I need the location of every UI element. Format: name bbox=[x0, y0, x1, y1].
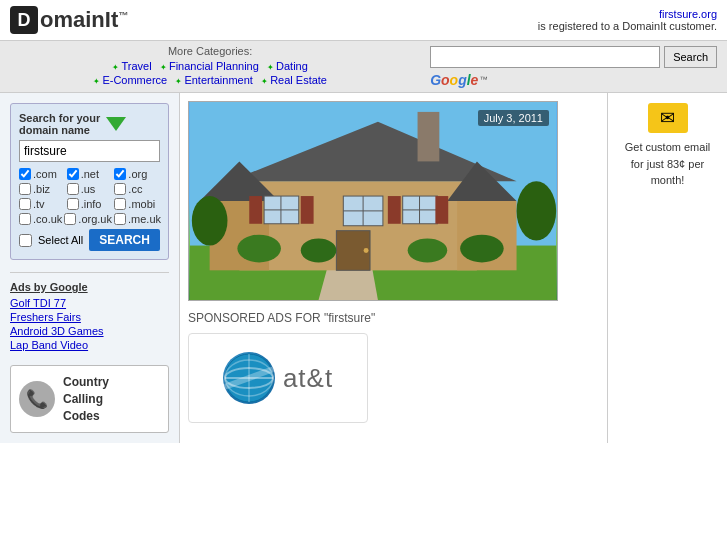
search-title-line1: Search for your bbox=[19, 112, 100, 124]
select-all-label: Select All bbox=[38, 234, 83, 246]
registered-domain-link[interactable]: firstsure.org bbox=[659, 8, 717, 20]
ext-mobi-checkbox[interactable] bbox=[114, 198, 126, 210]
ext-biz-label: .biz bbox=[33, 183, 50, 195]
ext-net-checkbox[interactable] bbox=[67, 168, 79, 180]
svg-point-28 bbox=[408, 239, 448, 263]
nav-link-dating[interactable]: Dating bbox=[267, 60, 308, 72]
svg-rect-23 bbox=[301, 196, 314, 224]
ext-orguk-checkbox[interactable] bbox=[64, 213, 76, 225]
att-ad[interactable]: at&t bbox=[188, 333, 368, 423]
center-content: July 3, 2011 SPONSORED ADS FOR "firstsur… bbox=[180, 93, 607, 443]
country-codes-widget[interactable]: 📞 Country Calling Codes bbox=[10, 365, 169, 433]
email-icon-box: ✉ bbox=[648, 103, 688, 133]
ad-link-4[interactable]: Lap Band Video bbox=[10, 339, 169, 351]
ext-orguk-label: .org.uk bbox=[78, 213, 112, 225]
google-logo: Google bbox=[430, 72, 478, 88]
more-categories-label: More Categories: bbox=[10, 45, 410, 57]
ext-cc: .cc bbox=[114, 183, 160, 195]
house-scene-svg bbox=[189, 102, 557, 300]
ad-link-3[interactable]: Android 3D Games bbox=[10, 325, 169, 337]
ext-mobi: .mobi bbox=[114, 198, 160, 210]
svg-rect-10 bbox=[418, 112, 440, 161]
svg-point-26 bbox=[237, 235, 281, 263]
sidebar: Search for your domain name .com .net bbox=[0, 93, 180, 443]
svg-point-27 bbox=[301, 239, 337, 263]
ext-meuk: .me.uk bbox=[114, 213, 161, 225]
google-search-button[interactable]: Search bbox=[664, 46, 717, 68]
ad-link-2[interactable]: Freshers Fairs bbox=[10, 311, 169, 323]
ext-cc-checkbox[interactable] bbox=[114, 183, 126, 195]
sponsored-title: SPONSORED ADS FOR "firstsure" bbox=[188, 311, 599, 325]
ext-row-1: .com .net .org bbox=[19, 168, 160, 180]
header: D omainIt™ firstsure.org is registered t… bbox=[0, 0, 727, 41]
ext-net-label: .net bbox=[81, 168, 99, 180]
house-date: July 3, 2011 bbox=[478, 110, 549, 126]
domain-search-input[interactable] bbox=[19, 140, 160, 162]
svg-rect-25 bbox=[435, 196, 448, 224]
logo-box: D bbox=[10, 6, 38, 34]
ext-net: .net bbox=[67, 168, 113, 180]
domain-search-button[interactable]: SEARCH bbox=[89, 229, 160, 251]
search-title-text: Search for your domain name bbox=[19, 112, 100, 136]
logo-tm: ™ bbox=[118, 10, 128, 21]
nav-bar: More Categories: Travel Financial Planni… bbox=[0, 41, 727, 93]
google-search-area: Search Google ™ bbox=[410, 46, 717, 88]
ext-biz-checkbox[interactable] bbox=[19, 183, 31, 195]
ext-tv-label: .tv bbox=[33, 198, 45, 210]
house-image: July 3, 2011 bbox=[188, 101, 558, 301]
nav-link-travel[interactable]: Travel bbox=[112, 60, 151, 72]
select-all-row: Select All SEARCH bbox=[19, 229, 160, 251]
ext-couk-checkbox[interactable] bbox=[19, 213, 31, 225]
domain-search-title: Search for your domain name bbox=[19, 112, 160, 136]
ext-org: .org bbox=[114, 168, 160, 180]
svg-point-21 bbox=[364, 248, 369, 253]
ext-meuk-label: .me.uk bbox=[128, 213, 161, 225]
nav-link-realestate[interactable]: Real Estate bbox=[261, 74, 327, 86]
ext-org-checkbox[interactable] bbox=[114, 168, 126, 180]
ext-com-checkbox[interactable] bbox=[19, 168, 31, 180]
right-sidebar: ✉ Get custom email for just 83¢ per mont… bbox=[607, 93, 727, 443]
ext-us-checkbox[interactable] bbox=[67, 183, 79, 195]
ext-com-label: .com bbox=[33, 168, 57, 180]
ext-tv-checkbox[interactable] bbox=[19, 198, 31, 210]
email-promo-text: Get custom email for just 83¢ per month! bbox=[618, 139, 717, 189]
nav-link-entertainment[interactable]: Entertainment bbox=[175, 74, 253, 86]
nav-link-financial[interactable]: Financial Planning bbox=[160, 60, 259, 72]
google-search-row: Search bbox=[430, 46, 717, 68]
ext-couk-label: .co.uk bbox=[33, 213, 62, 225]
nav-row-2: E-Commerce Entertainment Real Estate bbox=[10, 74, 410, 86]
svg-rect-22 bbox=[249, 196, 262, 224]
select-all-checkbox[interactable] bbox=[19, 234, 32, 247]
ads-title: Ads by Google bbox=[10, 281, 169, 293]
svg-point-29 bbox=[460, 235, 504, 263]
nav-links: Travel Financial Planning Dating E-Comme… bbox=[10, 60, 410, 88]
ext-com: .com bbox=[19, 168, 65, 180]
nav-row-1: Travel Financial Planning Dating bbox=[10, 60, 410, 72]
ext-orguk: .org.uk bbox=[64, 213, 112, 225]
ext-us-label: .us bbox=[81, 183, 96, 195]
att-logo: at&t bbox=[223, 352, 333, 404]
search-title-line2: domain name bbox=[19, 124, 90, 136]
svg-point-30 bbox=[192, 196, 228, 246]
logo-area: D omainIt™ bbox=[10, 6, 128, 34]
header-right: firstsure.org is registered to a DomainI… bbox=[538, 8, 717, 32]
logo-letter: D bbox=[18, 11, 31, 29]
google-search-input[interactable] bbox=[430, 46, 660, 68]
ads-google: Ads by Google Golf TDI 77 Freshers Fairs… bbox=[10, 272, 169, 351]
ad-link-1[interactable]: Golf TDI 77 bbox=[10, 297, 169, 309]
svg-rect-24 bbox=[388, 196, 401, 224]
registered-text: is registered to a DomainIt customer. bbox=[538, 20, 717, 32]
country-codes-text: Country Calling Codes bbox=[63, 374, 109, 424]
ext-row-2: .biz .us .cc bbox=[19, 183, 160, 195]
ext-info-checkbox[interactable] bbox=[67, 198, 79, 210]
logo-name: omainIt bbox=[40, 7, 118, 32]
ext-info: .info bbox=[67, 198, 113, 210]
nav-link-ecommerce[interactable]: E-Commerce bbox=[93, 74, 167, 86]
ext-tv: .tv bbox=[19, 198, 65, 210]
nav-categories: More Categories: Travel Financial Planni… bbox=[10, 45, 410, 88]
ext-meuk-checkbox[interactable] bbox=[114, 213, 126, 225]
email-promo[interactable]: ✉ Get custom email for just 83¢ per mont… bbox=[618, 103, 717, 189]
email-icon: ✉ bbox=[660, 107, 675, 129]
ext-row-3: .tv .info .mobi bbox=[19, 198, 160, 210]
att-text: at&t bbox=[283, 363, 333, 394]
